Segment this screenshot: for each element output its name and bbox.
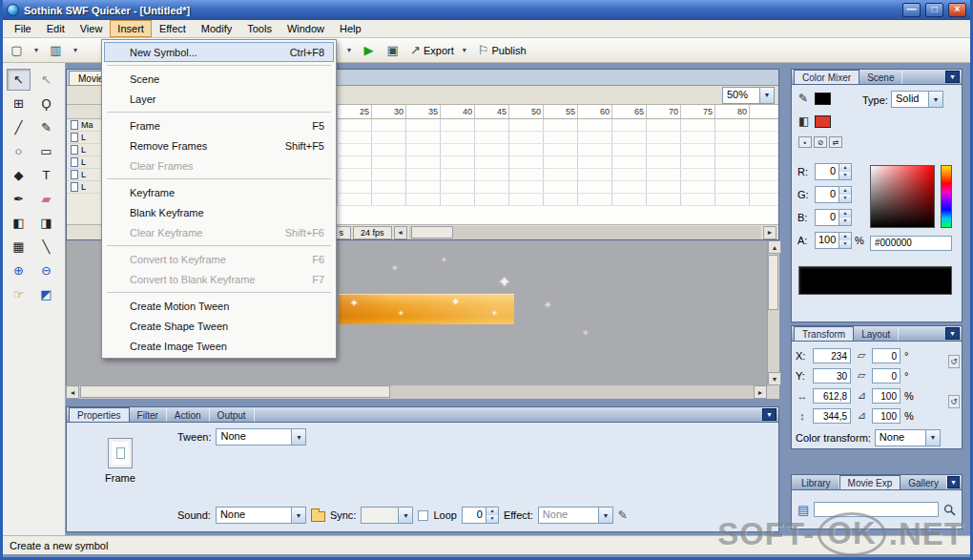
no-color-button[interactable]: ⊘ (814, 136, 827, 148)
menu-item[interactable]: Create Motion Tween (104, 296, 334, 316)
fill-type-select[interactable]: Solid ▼ (891, 91, 943, 108)
timeline-scrollbar[interactable] (409, 226, 761, 239)
menu-item[interactable] (107, 112, 331, 113)
loop-checkbox[interactable] (418, 510, 428, 521)
fill-color-swatch[interactable] (815, 115, 831, 128)
menu-item[interactable]: Remove Frames Shift+F5 (104, 135, 334, 156)
stage-horizontal-scrollbar[interactable] (79, 385, 754, 399)
library-tab[interactable]: Gallery (901, 476, 947, 489)
paint-bucket-tool-button[interactable]: ◧ (7, 212, 31, 234)
horizontal-scroll-thumb[interactable] (80, 385, 390, 398)
menu-item[interactable]: Convert to Keyframe F6 (104, 249, 334, 269)
scale-y-input[interactable]: 100 (872, 408, 901, 424)
menubar-item[interactable]: File (7, 20, 39, 37)
close-button[interactable]: × (948, 3, 966, 17)
publish-button[interactable]: ⚐ Publish (474, 40, 530, 60)
zoom-out-tool-button[interactable]: ⊖ (34, 259, 58, 281)
brush-tool-button[interactable]: ✒ (7, 188, 31, 210)
panel-menu-button[interactable]: ▼ (947, 476, 960, 488)
rotate-y-input[interactable]: 0 (872, 368, 901, 384)
panel-menu-button[interactable]: ▼ (945, 71, 960, 83)
timeline-scroll-right-button[interactable]: ► (763, 226, 776, 239)
y-input[interactable]: 30 (813, 368, 851, 384)
swap-colors-button[interactable]: ⇄ (829, 136, 842, 148)
transform-tab[interactable]: Transform (794, 326, 854, 341)
sound-select[interactable]: None ▼ (216, 507, 306, 524)
spinner-down-icon[interactable]: ▼ (486, 515, 498, 523)
channel-spinner[interactable]: 0 ▲ ▼ (815, 163, 852, 180)
spinner-up-icon[interactable]: ▲ (486, 508, 498, 515)
menu-item[interactable] (107, 245, 331, 246)
lasso-tool-button[interactable]: Ϙ (34, 93, 58, 114)
menubar-item[interactable]: Window (279, 20, 332, 37)
hex-color-input[interactable]: #000000 (870, 236, 952, 251)
scale-x-input[interactable]: 100 (872, 388, 901, 404)
library-tab[interactable]: Movie Exp (839, 475, 901, 489)
spinner-up-icon[interactable]: ▲ (839, 210, 851, 218)
menubar-item[interactable]: Tools (239, 20, 279, 37)
timeline-zoom-select[interactable]: 50% ▼ (722, 87, 775, 104)
stage-vertical-scrollbar[interactable]: ▲ ▼ (767, 240, 779, 385)
reset-scale-button[interactable]: ↺ (948, 395, 960, 408)
maximize-button[interactable]: □ (925, 3, 943, 17)
menu-item[interactable] (107, 292, 331, 293)
play-movie-button[interactable]: ▶ (359, 40, 382, 60)
menu-item[interactable]: Scene (104, 69, 334, 89)
width-input[interactable]: 612,8 (813, 388, 851, 404)
menu-item[interactable]: Frame F5 (104, 115, 334, 135)
color-field[interactable] (870, 165, 935, 228)
spinner-up-icon[interactable]: ▲ (839, 164, 851, 172)
export-options-button[interactable]: ▾ (459, 40, 473, 60)
menu-item[interactable]: Layer (104, 89, 334, 109)
preview-button[interactable]: ▣ (383, 40, 405, 60)
open-options-button[interactable]: ▾ (70, 40, 84, 60)
rectangle-tool-button[interactable]: ▭ (34, 140, 58, 162)
eraser-tool-button[interactable]: ▰ (34, 188, 58, 210)
rotate-x-input[interactable]: 0 (872, 348, 901, 363)
menubar-item[interactable]: Effect (152, 20, 194, 37)
stroke-color-swatch[interactable] (815, 93, 831, 105)
default-colors-button[interactable]: ▪ (798, 136, 812, 148)
properties-tab[interactable]: Properties (69, 407, 130, 422)
title-bar[interactable]: Sothink SWF Quicker - [Untitled*] — □ × (3, 0, 970, 20)
reset-rotation-button[interactable]: ↺ (948, 355, 960, 368)
menubar-item[interactable]: Edit (39, 20, 72, 37)
eyedropper-tool-button[interactable]: ╲ (34, 236, 58, 258)
channel-spinner[interactable]: 100 ▲ ▼ (815, 232, 852, 249)
x-input[interactable]: 234 (813, 348, 851, 363)
transform-tab[interactable]: Layout (854, 327, 899, 341)
edit-pencil-icon[interactable]: ✎ (618, 508, 628, 522)
panel-menu-button[interactable]: ▼ (762, 408, 776, 421)
spinner-down-icon[interactable]: ▼ (839, 218, 851, 225)
spinner-up-icon[interactable]: ▲ (839, 187, 851, 195)
properties-tab[interactable]: Filter (130, 408, 167, 422)
tween-select[interactable]: None ▼ (216, 428, 306, 446)
menu-item[interactable] (107, 65, 331, 66)
menubar-item[interactable]: Insert (110, 20, 152, 37)
free-transform-tool-button[interactable]: ⊞ (7, 93, 31, 114)
spinner-down-icon[interactable]: ▼ (839, 195, 851, 202)
swatch-tool-button[interactable]: ◩ (34, 283, 58, 305)
color-mixer-tab[interactable]: Color Mixer (794, 70, 859, 84)
menubar-item[interactable]: Help (332, 20, 369, 37)
menubar-item[interactable]: Modify (194, 20, 239, 37)
open-button[interactable]: ▥ (46, 40, 69, 60)
effect-select[interactable]: None ▼ (538, 507, 613, 524)
timeline-scroll-thumb[interactable] (411, 226, 453, 239)
menubar-item[interactable]: View (72, 20, 111, 37)
stage-scroll-left-button[interactable]: ◄ (66, 385, 79, 399)
timeline-scroll-left-button[interactable]: ◄ (394, 226, 407, 239)
ink-tool-button[interactable]: ◆ (7, 164, 31, 186)
ink-bottle-tool-button[interactable]: ◨ (34, 212, 58, 234)
spinner-up-icon[interactable]: ▲ (839, 233, 851, 240)
loop-count-spinner[interactable]: 0 ▲ ▼ (462, 507, 499, 524)
subselection-tool-button[interactable]: ↖ (34, 69, 58, 91)
new-options-button[interactable]: ▾ (31, 40, 45, 60)
new-document-button[interactable]: ▢ (7, 40, 30, 60)
menu-item[interactable]: New Symbol... Ctrl+F8 (104, 42, 334, 62)
hand-tool-button[interactable]: ☞ (7, 283, 31, 305)
panel-menu-button[interactable]: ▼ (945, 327, 960, 340)
folder-icon[interactable] (311, 511, 325, 522)
zoom-in-tool-button[interactable]: ⊕ (7, 259, 31, 281)
export-button[interactable]: ↗ Export (406, 40, 458, 60)
